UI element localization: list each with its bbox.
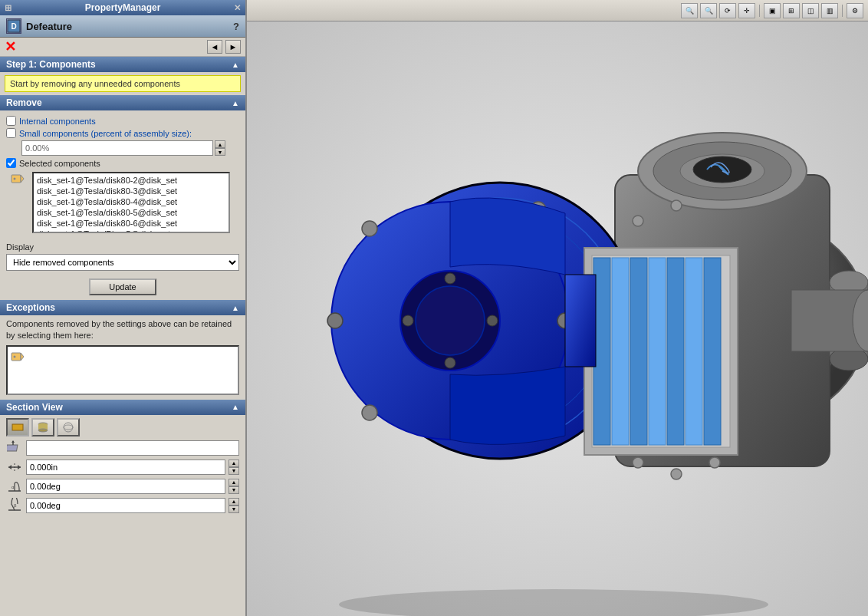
help-icon[interactable]: ?	[233, 21, 239, 32]
section-view-content: ▲ ▼ α ▲ ▼	[0, 415, 245, 519]
svg-marker-17	[18, 465, 21, 469]
angle2-down-button[interactable]: ▼	[229, 506, 239, 513]
sphere-button[interactable]	[57, 418, 80, 436]
angle1-input[interactable]	[26, 479, 225, 494]
settings-button[interactable]: ⚙	[847, 3, 863, 18]
angle2-spinner: ▲ ▼	[229, 498, 239, 513]
svg-rect-55	[612, 258, 629, 445]
angle2-icon: β	[6, 497, 23, 514]
step1-header: Step 1: Components ▲	[0, 57, 245, 72]
section-view-collapse[interactable]: ▲	[232, 403, 239, 411]
svg-point-64	[709, 457, 720, 468]
display-dropdown[interactable]: Hide removed componentsShow removed comp…	[6, 254, 239, 271]
svg-marker-18	[8, 465, 12, 469]
svg-point-12	[64, 425, 73, 430]
list-item[interactable]: disk_set-1@Tesla/disk80-4@disk_set	[35, 196, 227, 207]
3d-viewport[interactable]: 🔍 🔍 ⟳ ✛ ▣ ⊞ ◫ ▥ ⚙	[247, 0, 868, 616]
svg-rect-60	[704, 258, 721, 445]
defeature-header: D Defeature ?	[0, 15, 245, 38]
plane-input[interactable]	[26, 440, 239, 456]
svg-point-40	[362, 221, 377, 236]
svg-rect-8	[12, 424, 23, 430]
remove-section: Internal components Small components (pe…	[0, 110, 245, 239]
svg-point-4	[14, 178, 16, 180]
selected-components-checkbox[interactable]	[6, 158, 16, 168]
svg-marker-15	[12, 440, 15, 443]
view-button[interactable]: ▣	[764, 3, 781, 18]
update-button[interactable]: Update	[89, 278, 156, 295]
pan-button[interactable]: ✛	[738, 3, 755, 18]
svg-rect-57	[649, 258, 666, 445]
info-text: Start by removing any unneeded component…	[10, 79, 180, 88]
angle1-up-button[interactable]: ▲	[229, 479, 239, 486]
section-view-label: Section View	[6, 402, 63, 413]
small-components-checkbox[interactable]	[6, 128, 16, 138]
percent-input[interactable]	[21, 140, 213, 156]
rotate-button[interactable]: ⟳	[719, 3, 736, 18]
zoom-fit-button[interactable]: 🔍	[700, 3, 717, 18]
percent-down-button[interactable]: ▼	[215, 148, 225, 156]
update-row: Update	[0, 278, 245, 295]
close-row: ✕ ◄ ►	[0, 38, 245, 57]
section-button[interactable]: ◫	[802, 3, 819, 18]
angle2-input[interactable]	[26, 498, 225, 513]
svg-point-47	[416, 286, 485, 355]
plane-axis-icon	[6, 440, 23, 456]
title-bar-close-icon[interactable]: ✕	[234, 3, 241, 13]
percent-spinner: ▲ ▼	[215, 140, 225, 156]
distance-down-button[interactable]: ▼	[229, 467, 239, 475]
internal-components-checkbox[interactable]	[6, 116, 16, 126]
display-section: Display Hide removed componentsShow remo…	[0, 239, 245, 274]
angle1-down-button[interactable]: ▼	[229, 486, 239, 494]
close-button[interactable]: ✕	[5, 40, 16, 54]
svg-text:β: β	[14, 503, 17, 508]
model-svg	[247, 21, 868, 616]
selected-components-tag-icon	[11, 172, 25, 186]
svg-text:D: D	[11, 22, 16, 31]
exceptions-section: Components removed by the settings above…	[0, 315, 245, 400]
exceptions-tag-icon	[11, 350, 25, 366]
display-style-button[interactable]: ⊞	[783, 3, 800, 18]
svg-rect-2	[12, 175, 21, 183]
appearance-button[interactable]: ▥	[821, 3, 838, 18]
title-bar-title: PropertyManager	[12, 2, 234, 13]
distance-up-button[interactable]: ▲	[229, 460, 239, 467]
cylinder-button[interactable]	[31, 418, 54, 436]
svg-point-48	[445, 273, 455, 284]
list-row: disk_set-1@Tesla/disk80-2@disk_set disk_…	[11, 170, 235, 235]
distance-row: ▲ ▼	[6, 459, 239, 476]
step1-collapse[interactable]: ▲	[232, 61, 239, 69]
percent-up-button[interactable]: ▲	[215, 140, 225, 148]
defeature-title-group: D Defeature	[6, 18, 72, 34]
toolbar-separator2	[842, 5, 843, 17]
distance-spinner: ▲ ▼	[229, 460, 239, 475]
svg-point-44	[327, 313, 343, 328]
distance-input[interactable]	[26, 460, 225, 475]
svg-point-63	[671, 200, 682, 211]
list-item[interactable]: disk_set-1@Tesla/disk80-6@disk_set	[35, 218, 227, 229]
svg-point-11	[38, 429, 48, 432]
exceptions-collapse[interactable]: ▲	[232, 304, 239, 312]
svg-rect-5	[12, 353, 21, 361]
step1-label: Step 1: Components	[6, 59, 96, 70]
property-manager-panel: ⊞ PropertyManager ✕ D Defeature ? ✕ ◄ ► …	[0, 0, 247, 616]
list-item[interactable]: disk_set-1@Tesla/Ring-5@disk_set	[35, 229, 227, 233]
distance-icon	[6, 459, 23, 476]
title-bar: ⊞ PropertyManager ✕	[0, 0, 245, 15]
angle2-up-button[interactable]: ▲	[229, 498, 239, 506]
percent-row: ▲ ▼	[21, 140, 239, 156]
nav-arrows: ◄ ►	[207, 40, 241, 54]
remove-collapse[interactable]: ▲	[232, 99, 239, 107]
exceptions-list[interactable]	[6, 345, 239, 395]
forward-button[interactable]: ►	[225, 40, 241, 54]
list-item[interactable]: disk_set-1@Tesla/disk80-2@disk_set	[35, 175, 227, 186]
selected-components-list[interactable]: disk_set-1@Tesla/disk80-2@disk_set disk_…	[32, 172, 230, 233]
zoom-button[interactable]: 🔍	[681, 3, 698, 18]
plane-button[interactable]	[6, 418, 29, 436]
list-item[interactable]: disk_set-1@Tesla/disk80-5@disk_set	[35, 207, 227, 218]
svg-rect-56	[630, 258, 647, 445]
list-item[interactable]: disk_set-1@Tesla/disk80-3@disk_set	[35, 186, 227, 196]
angle1-spinner: ▲ ▼	[229, 479, 239, 494]
exceptions-text: Components removed by the settings above…	[6, 318, 239, 342]
back-button[interactable]: ◄	[207, 40, 222, 54]
